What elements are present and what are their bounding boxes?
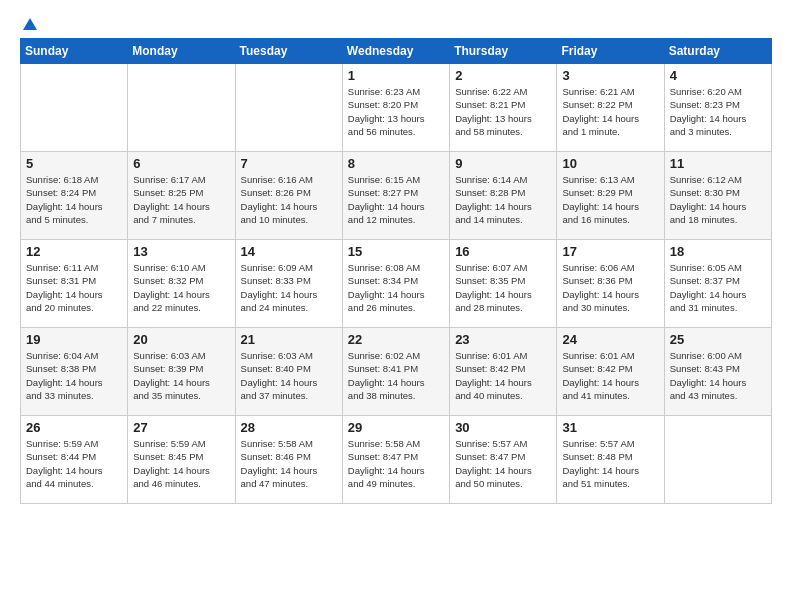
cell-info: Sunrise: 5:58 AM Sunset: 8:46 PM Dayligh… bbox=[241, 437, 337, 490]
cell-info: Sunrise: 5:58 AM Sunset: 8:47 PM Dayligh… bbox=[348, 437, 444, 490]
cell-info: Sunrise: 6:08 AM Sunset: 8:34 PM Dayligh… bbox=[348, 261, 444, 314]
day-cell: 28Sunrise: 5:58 AM Sunset: 8:46 PM Dayli… bbox=[235, 416, 342, 504]
day-cell: 31Sunrise: 5:57 AM Sunset: 8:48 PM Dayli… bbox=[557, 416, 664, 504]
day-number: 8 bbox=[348, 156, 444, 171]
day-number: 15 bbox=[348, 244, 444, 259]
day-number: 30 bbox=[455, 420, 551, 435]
cell-info: Sunrise: 5:57 AM Sunset: 8:48 PM Dayligh… bbox=[562, 437, 658, 490]
day-number: 3 bbox=[562, 68, 658, 83]
col-wednesday: Wednesday bbox=[342, 39, 449, 64]
col-monday: Monday bbox=[128, 39, 235, 64]
day-number: 26 bbox=[26, 420, 122, 435]
day-cell: 27Sunrise: 5:59 AM Sunset: 8:45 PM Dayli… bbox=[128, 416, 235, 504]
cell-info: Sunrise: 5:57 AM Sunset: 8:47 PM Dayligh… bbox=[455, 437, 551, 490]
cell-info: Sunrise: 6:21 AM Sunset: 8:22 PM Dayligh… bbox=[562, 85, 658, 138]
day-number: 1 bbox=[348, 68, 444, 83]
day-cell: 9Sunrise: 6:14 AM Sunset: 8:28 PM Daylig… bbox=[450, 152, 557, 240]
day-cell: 21Sunrise: 6:03 AM Sunset: 8:40 PM Dayli… bbox=[235, 328, 342, 416]
cell-info: Sunrise: 6:02 AM Sunset: 8:41 PM Dayligh… bbox=[348, 349, 444, 402]
day-cell: 20Sunrise: 6:03 AM Sunset: 8:39 PM Dayli… bbox=[128, 328, 235, 416]
day-cell: 26Sunrise: 5:59 AM Sunset: 8:44 PM Dayli… bbox=[21, 416, 128, 504]
cell-info: Sunrise: 6:00 AM Sunset: 8:43 PM Dayligh… bbox=[670, 349, 766, 402]
day-number: 28 bbox=[241, 420, 337, 435]
day-number: 29 bbox=[348, 420, 444, 435]
cell-info: Sunrise: 6:18 AM Sunset: 8:24 PM Dayligh… bbox=[26, 173, 122, 226]
day-cell: 25Sunrise: 6:00 AM Sunset: 8:43 PM Dayli… bbox=[664, 328, 771, 416]
day-cell: 2Sunrise: 6:22 AM Sunset: 8:21 PM Daylig… bbox=[450, 64, 557, 152]
day-cell bbox=[664, 416, 771, 504]
day-cell: 6Sunrise: 6:17 AM Sunset: 8:25 PM Daylig… bbox=[128, 152, 235, 240]
day-number: 22 bbox=[348, 332, 444, 347]
day-number: 17 bbox=[562, 244, 658, 259]
day-cell: 4Sunrise: 6:20 AM Sunset: 8:23 PM Daylig… bbox=[664, 64, 771, 152]
week-row-4: 19Sunrise: 6:04 AM Sunset: 8:38 PM Dayli… bbox=[21, 328, 772, 416]
cell-info: Sunrise: 6:17 AM Sunset: 8:25 PM Dayligh… bbox=[133, 173, 229, 226]
day-cell: 29Sunrise: 5:58 AM Sunset: 8:47 PM Dayli… bbox=[342, 416, 449, 504]
cell-info: Sunrise: 6:20 AM Sunset: 8:23 PM Dayligh… bbox=[670, 85, 766, 138]
day-number: 13 bbox=[133, 244, 229, 259]
col-saturday: Saturday bbox=[664, 39, 771, 64]
week-row-1: 1Sunrise: 6:23 AM Sunset: 8:20 PM Daylig… bbox=[21, 64, 772, 152]
day-number: 31 bbox=[562, 420, 658, 435]
cell-info: Sunrise: 6:06 AM Sunset: 8:36 PM Dayligh… bbox=[562, 261, 658, 314]
header-row: Sunday Monday Tuesday Wednesday Thursday… bbox=[21, 39, 772, 64]
cell-info: Sunrise: 6:03 AM Sunset: 8:40 PM Dayligh… bbox=[241, 349, 337, 402]
col-friday: Friday bbox=[557, 39, 664, 64]
day-cell: 22Sunrise: 6:02 AM Sunset: 8:41 PM Dayli… bbox=[342, 328, 449, 416]
day-number: 2 bbox=[455, 68, 551, 83]
day-cell bbox=[235, 64, 342, 152]
day-cell: 30Sunrise: 5:57 AM Sunset: 8:47 PM Dayli… bbox=[450, 416, 557, 504]
day-cell: 5Sunrise: 6:18 AM Sunset: 8:24 PM Daylig… bbox=[21, 152, 128, 240]
day-number: 25 bbox=[670, 332, 766, 347]
cell-info: Sunrise: 5:59 AM Sunset: 8:45 PM Dayligh… bbox=[133, 437, 229, 490]
day-cell: 12Sunrise: 6:11 AM Sunset: 8:31 PM Dayli… bbox=[21, 240, 128, 328]
cell-info: Sunrise: 6:12 AM Sunset: 8:30 PM Dayligh… bbox=[670, 173, 766, 226]
header bbox=[20, 16, 772, 30]
day-cell: 1Sunrise: 6:23 AM Sunset: 8:20 PM Daylig… bbox=[342, 64, 449, 152]
day-number: 19 bbox=[26, 332, 122, 347]
cell-info: Sunrise: 6:09 AM Sunset: 8:33 PM Dayligh… bbox=[241, 261, 337, 314]
logo-text bbox=[20, 16, 40, 34]
calendar: Sunday Monday Tuesday Wednesday Thursday… bbox=[20, 38, 772, 504]
day-cell bbox=[128, 64, 235, 152]
day-cell: 10Sunrise: 6:13 AM Sunset: 8:29 PM Dayli… bbox=[557, 152, 664, 240]
day-number: 10 bbox=[562, 156, 658, 171]
week-row-3: 12Sunrise: 6:11 AM Sunset: 8:31 PM Dayli… bbox=[21, 240, 772, 328]
day-number: 9 bbox=[455, 156, 551, 171]
cell-info: Sunrise: 6:01 AM Sunset: 8:42 PM Dayligh… bbox=[562, 349, 658, 402]
day-number: 7 bbox=[241, 156, 337, 171]
cell-info: Sunrise: 6:04 AM Sunset: 8:38 PM Dayligh… bbox=[26, 349, 122, 402]
page: Sunday Monday Tuesday Wednesday Thursday… bbox=[0, 0, 792, 514]
cell-info: Sunrise: 6:11 AM Sunset: 8:31 PM Dayligh… bbox=[26, 261, 122, 314]
day-cell: 17Sunrise: 6:06 AM Sunset: 8:36 PM Dayli… bbox=[557, 240, 664, 328]
day-number: 11 bbox=[670, 156, 766, 171]
day-number: 24 bbox=[562, 332, 658, 347]
logo-icon bbox=[21, 16, 39, 34]
day-number: 12 bbox=[26, 244, 122, 259]
day-cell: 16Sunrise: 6:07 AM Sunset: 8:35 PM Dayli… bbox=[450, 240, 557, 328]
cell-info: Sunrise: 6:14 AM Sunset: 8:28 PM Dayligh… bbox=[455, 173, 551, 226]
day-cell: 18Sunrise: 6:05 AM Sunset: 8:37 PM Dayli… bbox=[664, 240, 771, 328]
col-sunday: Sunday bbox=[21, 39, 128, 64]
day-cell: 8Sunrise: 6:15 AM Sunset: 8:27 PM Daylig… bbox=[342, 152, 449, 240]
cell-info: Sunrise: 6:05 AM Sunset: 8:37 PM Dayligh… bbox=[670, 261, 766, 314]
week-row-5: 26Sunrise: 5:59 AM Sunset: 8:44 PM Dayli… bbox=[21, 416, 772, 504]
cell-info: Sunrise: 6:07 AM Sunset: 8:35 PM Dayligh… bbox=[455, 261, 551, 314]
svg-marker-0 bbox=[23, 18, 37, 30]
day-cell bbox=[21, 64, 128, 152]
day-number: 18 bbox=[670, 244, 766, 259]
cell-info: Sunrise: 6:23 AM Sunset: 8:20 PM Dayligh… bbox=[348, 85, 444, 138]
day-cell: 7Sunrise: 6:16 AM Sunset: 8:26 PM Daylig… bbox=[235, 152, 342, 240]
day-cell: 14Sunrise: 6:09 AM Sunset: 8:33 PM Dayli… bbox=[235, 240, 342, 328]
cell-info: Sunrise: 6:10 AM Sunset: 8:32 PM Dayligh… bbox=[133, 261, 229, 314]
day-number: 6 bbox=[133, 156, 229, 171]
cell-info: Sunrise: 6:13 AM Sunset: 8:29 PM Dayligh… bbox=[562, 173, 658, 226]
col-thursday: Thursday bbox=[450, 39, 557, 64]
day-number: 16 bbox=[455, 244, 551, 259]
cell-info: Sunrise: 5:59 AM Sunset: 8:44 PM Dayligh… bbox=[26, 437, 122, 490]
day-number: 27 bbox=[133, 420, 229, 435]
cell-info: Sunrise: 6:22 AM Sunset: 8:21 PM Dayligh… bbox=[455, 85, 551, 138]
day-number: 4 bbox=[670, 68, 766, 83]
cell-info: Sunrise: 6:03 AM Sunset: 8:39 PM Dayligh… bbox=[133, 349, 229, 402]
day-number: 23 bbox=[455, 332, 551, 347]
